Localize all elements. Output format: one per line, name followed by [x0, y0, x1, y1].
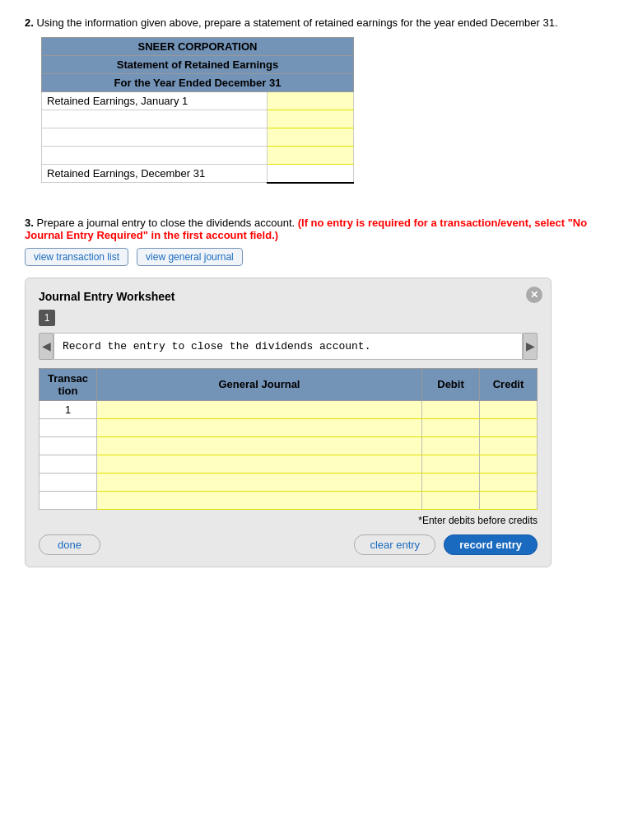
row5-value[interactable]: [267, 165, 353, 183]
general-journal-cell[interactable]: [97, 400, 422, 418]
trans-cell: [40, 436, 97, 455]
row3-value[interactable]: [267, 128, 353, 147]
clear-entry-button[interactable]: clear entry: [354, 534, 435, 555]
general-journal-cell[interactable]: [97, 455, 422, 473]
instruction-text: Record the entry to close the dividends …: [54, 333, 523, 360]
credit-cell[interactable]: [480, 400, 538, 418]
table-row: [42, 147, 354, 165]
journal-row: 1: [40, 400, 538, 418]
close-button[interactable]: ✕: [526, 287, 542, 303]
row1-label: Retained Earnings, January 1: [42, 92, 268, 110]
debits-note: *Enter debits before credits: [39, 515, 538, 526]
credit-cell[interactable]: [480, 455, 538, 473]
page-indicator: 1: [39, 310, 55, 326]
trans-cell: [40, 418, 97, 436]
debit-cell[interactable]: [422, 473, 480, 491]
col-header-debit: Debit: [422, 368, 480, 400]
q3-number: 3.: [25, 217, 34, 229]
col-header-general-journal: General Journal: [97, 368, 422, 400]
journal-row: [40, 473, 538, 491]
general-journal-cell[interactable]: [97, 491, 422, 509]
debit-cell[interactable]: [422, 418, 480, 436]
q3-text: 3. Prepare a journal entry to close the …: [25, 217, 594, 241]
table-row: Retained Earnings, January 1: [42, 92, 354, 110]
credit-cell[interactable]: [480, 491, 538, 509]
credit-cell[interactable]: [480, 418, 538, 436]
trans-cell: [40, 455, 97, 473]
row1-value[interactable]: [267, 92, 353, 110]
credit-cell[interactable]: [480, 473, 538, 491]
table-row: [42, 110, 354, 128]
row2-value[interactable]: [267, 110, 353, 128]
question-3: 3. Prepare a journal entry to close the …: [25, 217, 594, 567]
trans-cell: 1: [40, 400, 97, 418]
journal-row: [40, 418, 538, 436]
row4-label: [42, 147, 268, 165]
worksheet-title: Journal Entry Worksheet: [39, 290, 538, 303]
row3-label: [42, 128, 268, 147]
done-button[interactable]: done: [39, 534, 100, 555]
table-title-2: Statement of Retained Earnings: [42, 56, 354, 74]
link-buttons-bar: view transaction list view general journ…: [25, 248, 594, 266]
trans-cell: [40, 473, 97, 491]
table-title-1: SNEER CORPORATION: [42, 38, 354, 56]
debit-cell[interactable]: [422, 436, 480, 455]
journal-entry-worksheet: Journal Entry Worksheet ✕ 1 ◀ Record the…: [25, 278, 552, 567]
record-entry-button[interactable]: record entry: [444, 534, 538, 555]
journal-table: Transaction General Journal Debit Credit…: [39, 368, 538, 510]
view-transaction-list-button[interactable]: view transaction list: [25, 248, 128, 266]
row2-label: [42, 110, 268, 128]
table-row: Retained Earnings, December 31: [42, 165, 354, 183]
center-buttons-group: clear entry record entry: [354, 534, 538, 555]
table-title-3: For the Year Ended December 31: [42, 74, 354, 92]
journal-row: [40, 436, 538, 455]
trans-cell: [40, 491, 97, 509]
row5-label: Retained Earnings, December 31: [42, 165, 268, 183]
row4-value[interactable]: [267, 147, 353, 165]
prev-arrow-button[interactable]: ◀: [39, 333, 54, 360]
credit-cell[interactable]: [480, 436, 538, 455]
q3-description: Prepare a journal entry to close the div…: [36, 217, 297, 229]
next-arrow-button[interactable]: ▶: [523, 333, 538, 360]
view-general-journal-button[interactable]: view general journal: [137, 248, 243, 266]
bottom-buttons-bar: done clear entry record entry: [39, 534, 538, 555]
general-journal-cell[interactable]: [97, 473, 422, 491]
instruction-row: ◀ Record the entry to close the dividend…: [39, 333, 538, 360]
debit-cell[interactable]: [422, 400, 480, 418]
col-header-transaction: Transaction: [40, 368, 97, 400]
debit-cell[interactable]: [422, 455, 480, 473]
q2-description: Using the information given above, prepa…: [36, 16, 557, 29]
col-header-credit: Credit: [480, 368, 538, 400]
retained-earnings-table: SNEER CORPORATION Statement of Retained …: [41, 37, 354, 184]
table-row: [42, 128, 354, 147]
journal-row: [40, 455, 538, 473]
q2-text: 2. Using the information given above, pr…: [25, 16, 594, 29]
general-journal-cell[interactable]: [97, 436, 422, 455]
debit-cell[interactable]: [422, 491, 480, 509]
general-journal-cell[interactable]: [97, 418, 422, 436]
journal-row: [40, 491, 538, 509]
question-2: 2. Using the information given above, pr…: [25, 16, 594, 184]
q2-number: 2.: [25, 16, 34, 29]
